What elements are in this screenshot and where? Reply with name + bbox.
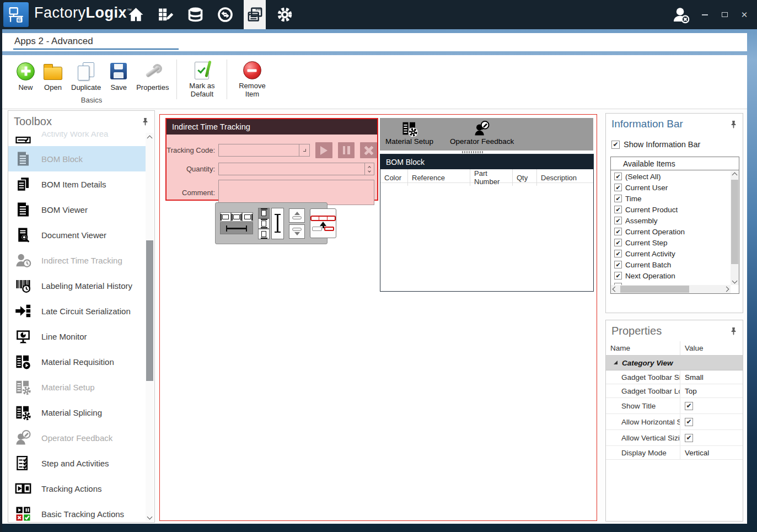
item-checkbox[interactable] bbox=[614, 173, 622, 180]
indirect-time-tracking-gadget[interactable]: Indirect Time Tracking Tracking Code: bbox=[165, 118, 378, 201]
property-row[interactable]: Gadget Toolbar Lo... Top bbox=[606, 384, 743, 398]
align-center-h-button[interactable] bbox=[231, 212, 242, 222]
play-button[interactable] bbox=[315, 142, 332, 158]
column-header[interactable]: Qty bbox=[513, 169, 537, 186]
scrollbar-thumb[interactable] bbox=[620, 286, 689, 293]
property-value[interactable] bbox=[680, 430, 743, 445]
scroll-right-icon[interactable] bbox=[722, 285, 731, 293]
property-row[interactable]: Allow Horizontal S... bbox=[606, 414, 743, 430]
item-checkbox[interactable] bbox=[614, 217, 622, 224]
document-title-input[interactable]: Apps 2 - Advanced bbox=[13, 35, 179, 50]
spinner-arrows-icon[interactable] bbox=[364, 163, 374, 175]
toolbox-scrollbar[interactable] bbox=[146, 133, 154, 521]
gadget-toolbar-item[interactable]: Material Setup bbox=[385, 120, 433, 146]
item-checkbox[interactable] bbox=[614, 195, 622, 202]
item-checkbox[interactable] bbox=[614, 250, 622, 257]
bom-block-title[interactable]: BOM Block bbox=[380, 154, 593, 169]
value-column-header[interactable]: Value bbox=[680, 341, 743, 355]
toolbox-item[interactable]: Material Setup bbox=[8, 374, 146, 400]
available-item-row[interactable]: Assembly bbox=[611, 215, 731, 226]
properties-button[interactable]: Properties bbox=[132, 60, 173, 99]
category-row[interactable]: Category View bbox=[606, 356, 743, 370]
open-button[interactable]: Open bbox=[39, 60, 67, 99]
scroll-left-icon[interactable] bbox=[611, 285, 619, 293]
column-header[interactable]: Description bbox=[537, 169, 593, 186]
grid-edit-icon[interactable] bbox=[154, 0, 176, 29]
property-value[interactable] bbox=[680, 398, 743, 413]
toolbox-item[interactable]: Tracking Actions bbox=[8, 476, 146, 501]
items-vertical-scrollbar[interactable] bbox=[731, 171, 739, 285]
property-value[interactable]: Top bbox=[680, 384, 743, 397]
minimize-button[interactable] bbox=[697, 8, 712, 22]
toolbox-item[interactable]: Late Circuit Serialization bbox=[8, 298, 146, 324]
available-item-row[interactable]: Time bbox=[611, 193, 731, 204]
move-row-up-button[interactable] bbox=[310, 208, 336, 238]
toolbox-item[interactable]: Labeling Material History bbox=[8, 273, 146, 298]
align-left-button[interactable] bbox=[220, 212, 231, 222]
item-checkbox[interactable] bbox=[614, 184, 622, 191]
bom-block-gadget[interactable]: BOM Block Color Reference Part Number Qt… bbox=[380, 154, 594, 292]
pin-icon[interactable] bbox=[142, 117, 149, 126]
gadget-title[interactable]: Indirect Time Tracking bbox=[167, 119, 377, 135]
quantity-spinner[interactable] bbox=[218, 163, 374, 175]
show-information-bar-checkbox[interactable] bbox=[611, 141, 620, 149]
items-horizontal-scrollbar[interactable] bbox=[611, 285, 731, 293]
scrollbar-thumb[interactable] bbox=[146, 240, 153, 381]
settings-gear-icon[interactable] bbox=[273, 0, 296, 29]
scroll-up-icon[interactable] bbox=[146, 134, 154, 142]
stretch-horizontal-button[interactable] bbox=[220, 222, 253, 234]
expander-icon[interactable] bbox=[614, 361, 618, 364]
save-button[interactable]: Save bbox=[105, 60, 132, 99]
toolbox-item[interactable]: Line Monitor bbox=[8, 324, 146, 349]
scroll-down-icon[interactable] bbox=[146, 513, 154, 521]
item-checkbox[interactable] bbox=[614, 261, 622, 268]
toolbox-item[interactable]: Indirect Time Tracking bbox=[8, 248, 146, 273]
item-checkbox[interactable] bbox=[614, 239, 622, 246]
item-checkbox[interactable] bbox=[614, 272, 622, 280]
maximize-button[interactable] bbox=[717, 8, 732, 22]
gadget-toolbar-item[interactable]: Operator Feedback bbox=[450, 120, 514, 146]
available-item-row[interactable]: Current Step bbox=[611, 237, 731, 248]
toolbox-item[interactable]: BOM Viewer bbox=[8, 197, 146, 222]
home-icon[interactable] bbox=[125, 0, 147, 29]
toolbox-item[interactable]: Activity Work Area bbox=[8, 132, 146, 146]
stretch-vertical-button[interactable] bbox=[271, 208, 284, 239]
pin-icon[interactable] bbox=[730, 120, 737, 128]
pin-icon[interactable] bbox=[730, 327, 737, 335]
scroll-down-icon[interactable] bbox=[731, 277, 739, 285]
nudge-down-button[interactable] bbox=[289, 224, 305, 239]
toolbox-item[interactable]: Material Requisition bbox=[8, 349, 146, 374]
scroll-up-icon[interactable] bbox=[731, 171, 739, 179]
available-item-row[interactable]: Current Activity bbox=[611, 248, 731, 259]
property-row[interactable]: Allow Vertical Sizing bbox=[606, 430, 743, 446]
sync-icon[interactable] bbox=[214, 0, 236, 29]
duplicate-button[interactable]: Duplicate bbox=[67, 60, 105, 99]
available-item-row[interactable]: Current User bbox=[611, 182, 731, 193]
toolbox-item[interactable]: Step and Activities bbox=[8, 450, 146, 476]
scrollbar-thumb[interactable] bbox=[731, 180, 738, 264]
toolbox-item[interactable]: Document Viewer bbox=[8, 222, 146, 248]
close-button[interactable]: ✕ bbox=[737, 8, 751, 22]
column-header[interactable]: Part Number bbox=[470, 169, 513, 186]
align-top-button[interactable] bbox=[258, 208, 270, 218]
database-icon[interactable] bbox=[184, 0, 206, 29]
nudge-up-button[interactable] bbox=[289, 208, 305, 223]
available-items-header[interactable]: Available Items bbox=[611, 157, 739, 170]
mark-as-default-button[interactable]: Mark as Default bbox=[180, 60, 223, 99]
pause-button[interactable] bbox=[338, 142, 355, 158]
toolbox-item[interactable]: BOM Item Details bbox=[8, 171, 146, 197]
available-item-row[interactable]: Next Operation bbox=[611, 270, 731, 281]
logoff-user-icon[interactable] bbox=[670, 2, 692, 28]
available-item-row[interactable]: (Select All) bbox=[611, 171, 731, 182]
available-item-row[interactable] bbox=[611, 281, 731, 285]
value-checkbox[interactable] bbox=[685, 402, 693, 410]
available-item-row[interactable]: Current Product bbox=[611, 204, 731, 215]
chevron-down-icon[interactable] bbox=[299, 144, 309, 156]
remove-item-button[interactable]: Remove Item bbox=[230, 60, 273, 99]
cancel-button[interactable] bbox=[360, 142, 377, 158]
align-middle-button[interactable] bbox=[258, 218, 270, 229]
name-column-header[interactable]: Name bbox=[606, 341, 680, 355]
tracking-code-combobox[interactable] bbox=[218, 144, 310, 157]
property-value[interactable]: Small bbox=[680, 370, 743, 384]
design-canvas[interactable]: Indirect Time Tracking Tracking Code: bbox=[159, 114, 597, 521]
